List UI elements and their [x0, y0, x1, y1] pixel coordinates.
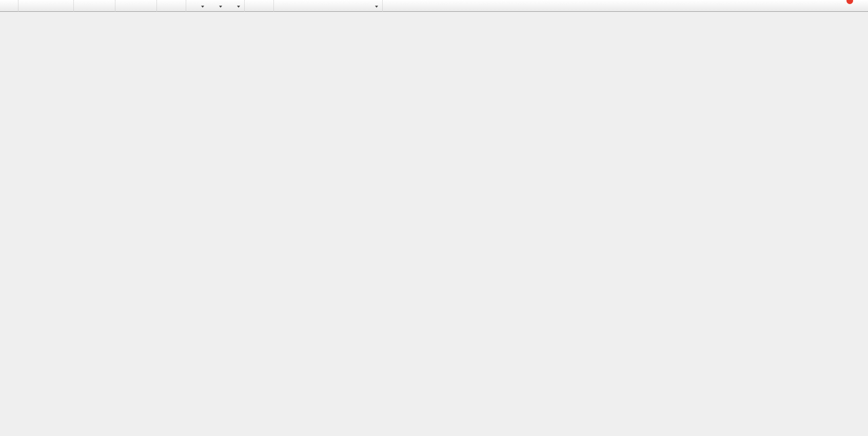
crosshair-button[interactable]	[259, 0, 271, 12]
mt4-window	[0, 0, 868, 436]
new-order-icon	[4, 2, 12, 10]
toolbar-group-scroll	[156, 0, 186, 12]
timeframe-m30-button[interactable]	[406, 0, 413, 11]
toolbar-group-chart-type	[73, 0, 115, 12]
periods-icon	[208, 2, 216, 10]
fibonacci-icon	[327, 2, 336, 10]
channel-icon	[315, 2, 323, 10]
fibonacci-button[interactable]	[325, 0, 338, 12]
toolbar-group-zoom	[115, 0, 156, 12]
chevron-down-icon	[237, 6, 240, 9]
profile-icon	[35, 2, 43, 10]
candle-chart-icon	[90, 2, 98, 10]
chart-shift-button[interactable]	[171, 0, 184, 12]
auto-scroll-button[interactable]	[159, 0, 171, 12]
trendline-icon	[303, 2, 311, 10]
toolbar-group-cursor	[244, 0, 273, 12]
chevron-down-icon	[219, 6, 222, 9]
zoom-in-button[interactable]	[117, 0, 130, 12]
text-button[interactable]	[338, 0, 350, 12]
cursor-button[interactable]	[247, 0, 259, 12]
bar-chart-button[interactable]	[76, 0, 88, 12]
tile-windows-button[interactable]	[142, 0, 154, 12]
auto-scroll-icon	[161, 2, 169, 10]
main-toolbar	[0, 0, 868, 12]
templates-icon	[226, 2, 234, 10]
search-button[interactable]	[821, 0, 833, 12]
channel-button[interactable]	[313, 0, 325, 12]
timeframe-h4-button[interactable]	[421, 0, 428, 11]
arrows-button[interactable]	[362, 0, 380, 12]
toolbar-right	[821, 0, 851, 12]
profile-button[interactable]	[33, 0, 45, 12]
signal-icon	[47, 2, 55, 10]
chevron-down-icon	[375, 6, 378, 9]
vertical-line-button[interactable]	[276, 0, 288, 12]
search-icon	[823, 2, 831, 10]
timeframe-w1-button[interactable]	[435, 0, 442, 11]
autotrading-button[interactable]	[57, 0, 71, 12]
toolbar-group-services	[18, 0, 73, 12]
chevron-down-icon	[201, 6, 204, 9]
metaeditor-icon	[23, 2, 31, 10]
line-chart-icon	[103, 2, 111, 10]
toolbar-group-trade	[0, 0, 18, 12]
indicators-icon	[190, 2, 199, 10]
trendline-button[interactable]	[301, 0, 313, 12]
arrows-icon	[364, 2, 372, 10]
indicators-button[interactable]	[188, 0, 206, 12]
timeframe-d1-button[interactable]	[428, 0, 435, 11]
cursor-icon	[249, 2, 257, 10]
new-order-button[interactable]	[2, 0, 16, 12]
timeframe-m15-button[interactable]	[399, 0, 406, 11]
autotrading-icon	[60, 2, 68, 10]
horizontal-line-icon	[290, 2, 299, 10]
candle-chart-button[interactable]	[88, 0, 101, 12]
templates-button[interactable]	[224, 0, 242, 12]
crosshair-icon	[261, 2, 269, 10]
metaeditor-button[interactable]	[21, 0, 33, 12]
text-icon	[340, 2, 348, 10]
zoom-out-icon	[132, 2, 140, 10]
text-label-icon	[352, 2, 360, 10]
timeframe-m5-button[interactable]	[392, 0, 399, 11]
toolbar-group-objects	[273, 0, 382, 12]
timeframe-h1-button[interactable]	[413, 0, 421, 11]
vertical-line-icon	[278, 2, 286, 10]
price-chart	[0, 0, 868, 436]
timeframe-m1-button[interactable]	[385, 0, 392, 11]
line-chart-button[interactable]	[101, 0, 113, 12]
chat-badge	[846, 0, 853, 4]
toolbar-group-timeframes	[382, 0, 451, 12]
zoom-out-button[interactable]	[130, 0, 142, 12]
chart-shift-icon	[173, 2, 182, 10]
signal-button[interactable]	[45, 0, 57, 12]
zoom-in-icon	[120, 2, 128, 10]
horizontal-line-button[interactable]	[288, 0, 301, 12]
bar-chart-icon	[78, 2, 86, 10]
text-label-button[interactable]	[350, 0, 362, 12]
tile-windows-icon	[144, 2, 152, 10]
toolbar-group-tools	[186, 0, 244, 12]
periods-button[interactable]	[206, 0, 224, 12]
timeframe-mn-button[interactable]	[442, 0, 449, 11]
chat-button[interactable]	[838, 0, 851, 12]
